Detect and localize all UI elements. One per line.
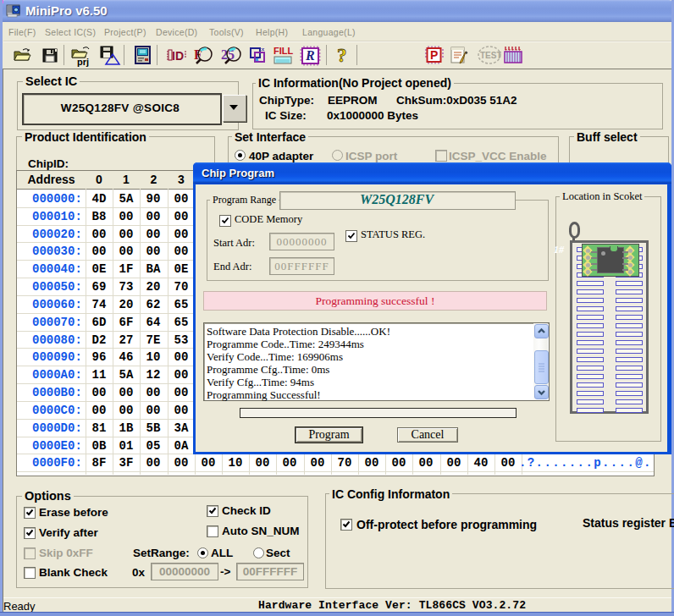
svg-text:prj: prj bbox=[77, 57, 89, 67]
svg-text:ID: ID bbox=[172, 49, 184, 63]
svg-text:R: R bbox=[305, 48, 315, 63]
svg-text:P: P bbox=[430, 48, 438, 62]
svg-text:FILL: FILL bbox=[273, 46, 293, 56]
svg-text:?: ? bbox=[337, 45, 347, 65]
svg-text:TEST: TEST bbox=[480, 51, 501, 60]
